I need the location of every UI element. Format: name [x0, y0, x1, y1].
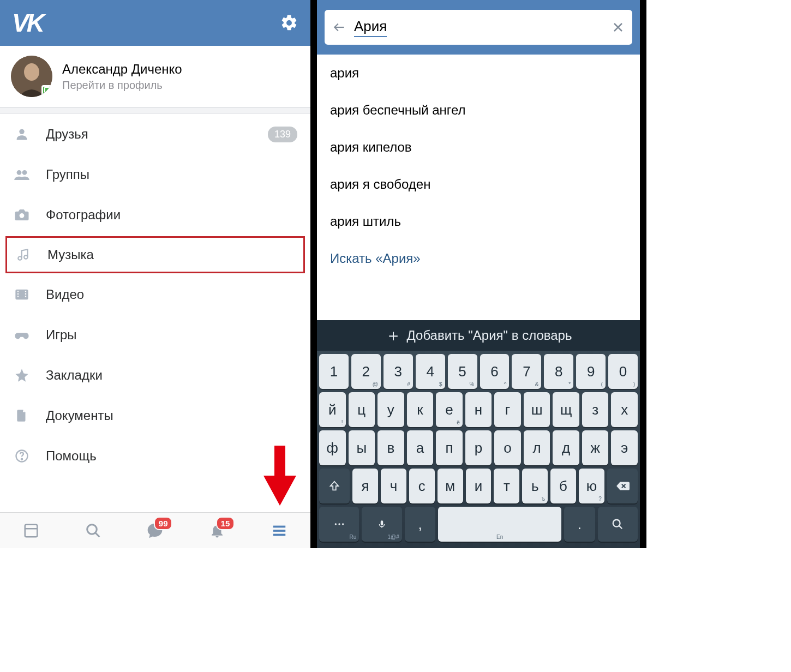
help-icon [13, 447, 31, 465]
key-й[interactable]: й! [319, 392, 346, 427]
vk-menu-screen: VK Александр Диченко Перейти в профиль Д… [0, 0, 317, 548]
key-ь[interactable]: ьъ [522, 469, 548, 503]
key-и[interactable]: и [466, 469, 492, 503]
suggestion-item[interactable]: ария [317, 55, 640, 92]
svg-point-1 [24, 63, 39, 81]
key-symbols[interactable]: 1@# [362, 507, 402, 542]
vk-logo-icon: VK [12, 8, 43, 38]
nav-menu-icon[interactable] [267, 519, 291, 543]
key-7[interactable]: 7& [512, 354, 541, 389]
keyboard-suggestion-bar[interactable]: ＋ Добавить "Ария" в словарь [317, 320, 640, 351]
suggestion-item[interactable]: ария я свободен [317, 166, 640, 203]
key-г[interactable]: г [494, 392, 521, 427]
key-ю[interactable]: ю? [579, 469, 604, 503]
key-6[interactable]: 6^ [480, 354, 510, 389]
menu-item-camera[interactable]: Фотографии [0, 195, 310, 235]
suggestion-item[interactable]: ария штиль [317, 203, 640, 240]
key-9[interactable]: 9( [576, 354, 606, 389]
key-comma[interactable]: , [405, 507, 435, 542]
key-щ[interactable]: щ [553, 392, 579, 427]
key-а[interactable]: а [407, 430, 434, 465]
menu-label: Видео [46, 287, 297, 302]
menu-label: Документы [46, 408, 297, 423]
plus-icon: ＋ [385, 325, 402, 347]
key-period[interactable]: . [564, 507, 595, 542]
search-input[interactable]: Ария [354, 18, 387, 37]
profile-row[interactable]: Александр Диченко Перейти в профиль [0, 46, 310, 107]
suggestion-item[interactable]: ария беспечный ангел [317, 92, 640, 129]
clear-search-icon[interactable] [612, 21, 625, 34]
key-1[interactable]: 1 [319, 354, 349, 389]
key-ч[interactable]: ч [381, 469, 406, 503]
svg-point-29 [338, 523, 340, 525]
key-ш[interactable]: ш [524, 392, 550, 427]
key-к[interactable]: к [407, 392, 434, 427]
menu-item-video[interactable]: Видео [0, 274, 310, 315]
key-л[interactable]: л [524, 430, 550, 465]
menu-label: Музыка [47, 247, 296, 262]
music-icon [15, 246, 32, 263]
key-3[interactable]: 3# [383, 354, 413, 389]
back-arrow-icon[interactable] [332, 20, 346, 34]
key-п[interactable]: п [436, 430, 463, 465]
key-ц[interactable]: ц [349, 392, 375, 427]
search-action[interactable]: Искать «Ария» [317, 240, 640, 277]
key-0[interactable]: 0) [608, 354, 638, 389]
key-р[interactable]: р [465, 430, 492, 465]
svg-point-7 [24, 255, 28, 259]
key-8[interactable]: 8* [544, 354, 573, 389]
key-е[interactable]: её [436, 392, 463, 427]
key-4[interactable]: 4$ [416, 354, 445, 389]
svg-point-2 [19, 129, 24, 134]
svg-rect-13 [25, 293, 26, 295]
key-ф[interactable]: ф [319, 430, 346, 465]
menu-item-star[interactable]: Закладки [0, 355, 310, 395]
suggestion-item[interactable]: ария кипелов [317, 129, 640, 166]
svg-point-4 [22, 170, 27, 175]
svg-rect-9 [17, 291, 19, 292]
menu-item-doc[interactable]: Документы [0, 395, 310, 436]
profile-name: Александр Диченко [62, 62, 182, 77]
svg-line-22 [95, 532, 99, 537]
notifications-badge: 15 [216, 517, 235, 530]
key-я[interactable]: я [352, 469, 378, 503]
online-mobile-icon [41, 85, 52, 97]
menu-item-people[interactable]: Группы [0, 154, 310, 195]
key-ж[interactable]: ж [582, 430, 609, 465]
key-у[interactable]: у [377, 392, 404, 427]
key-х[interactable]: х [611, 392, 638, 427]
key-lang[interactable]: Ru [319, 507, 359, 542]
person-icon [13, 125, 31, 143]
key-э[interactable]: э [611, 430, 638, 465]
menu-badge: 139 [268, 127, 297, 142]
key-space[interactable]: En [438, 507, 561, 542]
key-backspace[interactable] [607, 469, 638, 503]
settings-icon[interactable] [280, 14, 298, 32]
svg-point-3 [17, 170, 22, 175]
nav-search-icon[interactable] [81, 519, 105, 543]
key-search[interactable] [598, 507, 638, 542]
key-shift[interactable] [319, 469, 350, 503]
key-м[interactable]: м [438, 469, 463, 503]
key-д[interactable]: д [553, 430, 579, 465]
nav-messages-icon[interactable]: 99 [143, 519, 167, 543]
key-н[interactable]: н [465, 392, 492, 427]
key-в[interactable]: в [377, 430, 404, 465]
key-т[interactable]: т [494, 469, 519, 503]
menu-item-person[interactable]: Друзья139 [0, 114, 310, 154]
video-icon [13, 286, 31, 303]
key-з[interactable]: з [582, 392, 609, 427]
key-о[interactable]: о [494, 430, 521, 465]
key-б[interactable]: б [550, 469, 576, 503]
key-ы[interactable]: ы [349, 430, 375, 465]
key-5[interactable]: 5% [448, 354, 477, 389]
menu-item-music[interactable]: Музыка [5, 236, 305, 273]
nav-feed-icon[interactable] [19, 519, 43, 543]
menu-item-gamepad[interactable]: Игры [0, 315, 310, 355]
menu-label: Друзья [46, 127, 253, 142]
key-с[interactable]: с [409, 469, 435, 503]
svg-rect-12 [25, 291, 26, 292]
messages-badge: 99 [154, 517, 173, 530]
key-2[interactable]: 2@ [351, 354, 381, 389]
nav-notifications-icon[interactable]: 15 [205, 519, 229, 543]
